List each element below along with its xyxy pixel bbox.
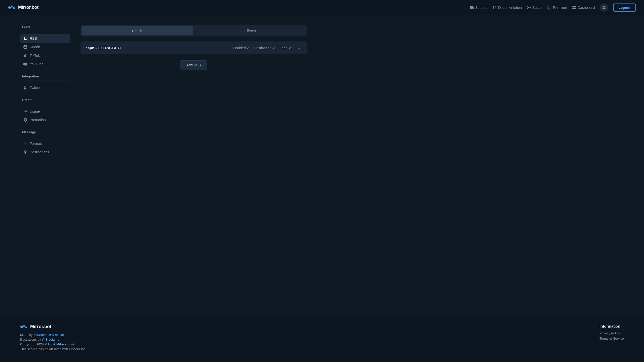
file-icon <box>493 6 497 10</box>
dashboard-link[interactable]: Dashboard <box>572 6 595 10</box>
sidebar-section-integration-title: Integration <box>20 74 70 78</box>
expand-feed-button[interactable]: ⌄ <box>296 45 302 51</box>
dashboard-icon <box>572 6 576 10</box>
footer-logo-area: Mirror.bot <box>20 324 86 329</box>
sidebar-item-twitch[interactable]: Twitch <box>20 83 70 92</box>
sidebar-item-tiktok[interactable]: TikTok <box>20 51 70 60</box>
feed-row: espn - EXTRA-FAST Enabled ✓ Destination … <box>80 41 307 54</box>
sidebar-section-credit-title: Credit <box>20 98 70 102</box>
sidebar-divider-message <box>20 136 70 136</box>
sidebar-item-formats[interactable]: Formats <box>20 139 70 148</box>
sidebar-item-rss[interactable]: RSS <box>20 34 70 43</box>
sidebar-divider-credit <box>20 104 70 104</box>
svg-rect-8 <box>548 8 549 8</box>
documentation-label: Documentation <box>498 6 522 10</box>
sidebar-item-rss-label: RSS <box>30 36 37 40</box>
destination-status: Destination ✓ <box>254 46 275 50</box>
sidebar-item-formats-label: Formats <box>30 142 43 146</box>
sidebar-item-promotions-label: Promotions <box>30 118 48 122</box>
sidebar-item-destinations[interactable]: Destinations <box>20 148 70 156</box>
support-link[interactable]: Support <box>470 6 488 10</box>
footer-illustrations: Illustrations by @Srcetame <box>20 338 86 341</box>
twitch-icon <box>23 85 28 90</box>
support-label: Support <box>475 6 488 10</box>
footer-logo-text: Mirror.bot <box>30 324 51 329</box>
svg-rect-5 <box>548 6 551 9</box>
svg-point-1 <box>11 6 13 8</box>
svg-rect-11 <box>574 6 576 7</box>
terms-of-service-link[interactable]: Terms of Service <box>599 337 624 340</box>
dashboard-label: Dashboard <box>578 6 595 10</box>
sidebar-divider-feed <box>20 31 70 31</box>
main-content: Feed RSS Reddit <box>0 15 644 314</box>
sidebar-item-tiktok-label: TikTok <box>30 54 40 58</box>
svg-rect-12 <box>572 8 574 9</box>
content-area: Feeds Effects espn - EXTRA-FAST Enabled … <box>80 25 307 304</box>
premium-link[interactable]: Premium <box>547 6 567 10</box>
status-label: Status <box>532 6 542 10</box>
footer-right: Information Privacy Policy Terms of Serv… <box>599 324 624 342</box>
svg-point-16 <box>25 326 27 328</box>
svg-point-4 <box>528 7 530 8</box>
enabled-label: Enabled <box>233 46 246 50</box>
privacy-policy-link[interactable]: Privacy Policy <box>599 331 624 335</box>
destinations-icon <box>23 150 28 154</box>
svg-point-2 <box>13 7 15 9</box>
feed-row-status: Enabled ✓ Destination ✓ Feed ✓ ⌄ <box>233 45 302 51</box>
add-rss-container: Add RSS <box>80 60 307 70</box>
reddit-icon <box>23 45 28 49</box>
enabled-status: Enabled ✓ <box>233 46 250 50</box>
status-link[interactable]: Status <box>527 6 542 10</box>
youtube-icon <box>23 62 28 66</box>
author1-link[interactable]: @Urkem <box>33 333 46 337</box>
rss-icon <box>23 36 28 41</box>
footer-made-by: Made by @Urkem, @S-matke <box>20 333 86 337</box>
status-icon <box>527 6 531 10</box>
illustrations-author-link[interactable]: @Srcetame <box>42 338 59 341</box>
copyright-text: Copyright 2024 © <box>20 342 48 346</box>
feed-check: ✓ <box>289 46 292 50</box>
sidebar-item-destinations-label: Destinations <box>30 150 49 154</box>
logo-icon <box>8 5 16 10</box>
settings-icon-button[interactable] <box>600 4 608 12</box>
documentation-link[interactable]: Documentation <box>493 6 522 10</box>
footer-disclaimer: This service has no affiliaton with Disc… <box>20 347 86 351</box>
discord-icon <box>470 6 474 10</box>
feed-row-name: espn - EXTRA-FAST <box>86 46 122 50</box>
tiktok-icon <box>23 53 28 58</box>
sidebar-section-message: Message Formats Destinations <box>20 130 70 156</box>
svg-rect-13 <box>574 8 576 9</box>
made-by-text: Made by <box>20 333 33 337</box>
destination-check: ✓ <box>272 46 275 50</box>
author2-link[interactable]: @S-matke <box>48 333 64 337</box>
premium-icon <box>547 6 551 10</box>
premium-label: Premium <box>553 6 567 10</box>
header-nav: Support Documentation Status Premium Das… <box>470 4 636 12</box>
sidebar-item-usage[interactable]: Usage <box>20 107 70 116</box>
formats-icon <box>23 141 28 146</box>
svg-point-14 <box>20 326 23 328</box>
sidebar-section-feed-title: Feed <box>20 25 70 29</box>
tab-feeds[interactable]: Feeds <box>82 26 193 35</box>
footer-copyright: Copyright 2024 © Uroš Milovanović <box>20 342 86 346</box>
sidebar-item-reddit[interactable]: Reddit <box>20 43 70 51</box>
svg-point-15 <box>23 325 25 327</box>
footer-logo-icon <box>20 324 28 329</box>
sidebar-item-reddit-label: Reddit <box>30 45 40 49</box>
add-rss-button[interactable]: Add RSS <box>180 60 207 70</box>
svg-rect-9 <box>550 8 550 8</box>
logout-button[interactable]: Logout <box>613 4 636 12</box>
footer: Mirror.bot Made by @Urkem, @S-matke Illu… <box>0 314 644 362</box>
logo-text: Mirror.bot <box>18 5 38 10</box>
usage-icon <box>23 109 28 114</box>
sidebar-section-feed: Feed RSS Reddit <box>20 25 70 68</box>
sidebar-section-message-title: Message <box>20 130 70 134</box>
destination-label: Destination <box>254 46 271 50</box>
sidebar-item-youtube[interactable]: YouTube <box>20 60 70 68</box>
tab-effects[interactable]: Effects <box>194 26 306 35</box>
illustrations-text: Illustrations by <box>20 338 42 341</box>
svg-rect-6 <box>548 7 549 7</box>
copyright-author-link[interactable]: Uroš Milovanović <box>48 342 75 346</box>
footer-information-title: Information <box>599 324 624 328</box>
sidebar-item-promotions[interactable]: Promotions <box>20 116 70 124</box>
